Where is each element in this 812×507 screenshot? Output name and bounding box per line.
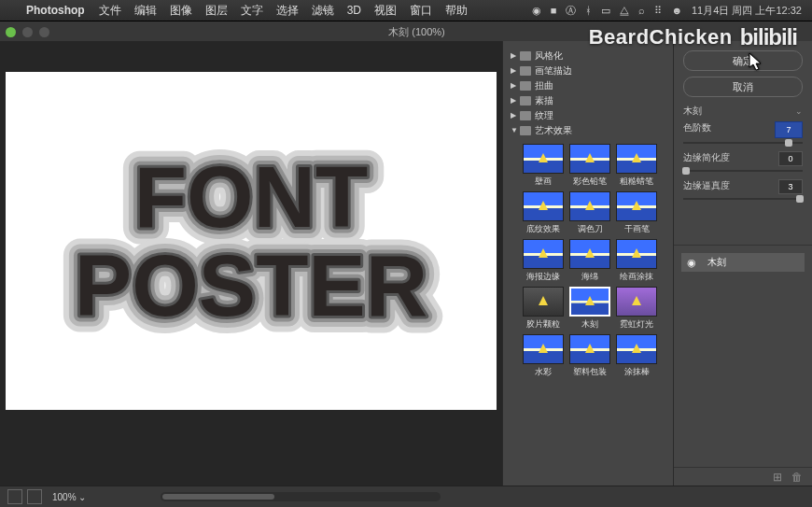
input-icon[interactable]: Ⓐ bbox=[561, 4, 581, 18]
horizontal-scrollbar[interactable] bbox=[161, 492, 441, 501]
clock[interactable]: 11月4日 周四 上午12:32 bbox=[687, 4, 806, 18]
filter-thumb[interactable]: 粗糙蜡笔 bbox=[616, 144, 657, 188]
menu-view[interactable]: 视图 bbox=[368, 3, 403, 19]
thumb-preview bbox=[523, 191, 564, 221]
thumb-label: 壁画 bbox=[535, 176, 552, 188]
menu-edit[interactable]: 编辑 bbox=[128, 3, 163, 19]
filter-thumb[interactable]: 调色刀 bbox=[569, 191, 610, 235]
menu-filter[interactable]: 滤镜 bbox=[305, 3, 341, 19]
menu-help[interactable]: 帮助 bbox=[439, 3, 474, 19]
thumb-label: 粗糙蜡笔 bbox=[620, 176, 653, 188]
filter-preset-dropdown[interactable]: 木刻 ⌄ bbox=[683, 105, 803, 118]
category-texture[interactable]: ▶纹理 bbox=[511, 108, 669, 123]
macos-menubar: Photoshop 文件 编辑 图像 图层 文字 选择 滤镜 3D 视图 窗口 … bbox=[0, 0, 812, 21]
filter-thumb[interactable]: 底纹效果 bbox=[523, 191, 564, 235]
folder-icon bbox=[520, 81, 531, 91]
filter-thumb[interactable]: 绘画涂抹 bbox=[616, 239, 657, 283]
category-artistic[interactable]: ▼艺术效果 bbox=[511, 123, 669, 138]
menu-window[interactable]: 窗口 bbox=[403, 3, 439, 19]
slider-track[interactable] bbox=[683, 198, 803, 200]
menu-file[interactable]: 文件 bbox=[92, 3, 128, 19]
folder-icon bbox=[520, 96, 531, 106]
control-center-icon[interactable]: ⠿ bbox=[650, 5, 666, 17]
search-icon[interactable]: ⌕ bbox=[634, 5, 650, 16]
filter-thumb[interactable]: 木刻 bbox=[569, 287, 610, 331]
filter-thumb[interactable]: 壁画 bbox=[523, 144, 564, 188]
filter-thumb[interactable]: 水彩 bbox=[523, 334, 564, 378]
category-brush[interactable]: ▶画笔描边 bbox=[511, 63, 669, 78]
thumb-label: 水彩 bbox=[535, 366, 552, 378]
cancel-button[interactable]: 取消 bbox=[683, 77, 803, 97]
doc-tab-title[interactable]: 木刻 (100%) bbox=[49, 25, 784, 39]
canvas-area[interactable]: FONT POSTER FONT POSTER FONT POSTER FONT… bbox=[0, 41, 502, 486]
chevron-down-icon[interactable]: ⌄ bbox=[78, 492, 86, 502]
menu-image[interactable]: 图像 bbox=[163, 3, 199, 19]
thumb-label: 底纹效果 bbox=[526, 223, 560, 235]
user-icon[interactable]: ☻ bbox=[666, 5, 687, 16]
slider-knob[interactable] bbox=[682, 167, 690, 175]
traffic-yellow[interactable] bbox=[22, 27, 33, 37]
zoom-level[interactable]: 100% bbox=[52, 492, 77, 502]
category-stylize[interactable]: ▶风格化 bbox=[511, 49, 669, 63]
app-name[interactable]: Photoshop bbox=[19, 4, 92, 17]
thumb-label: 海报边缘 bbox=[526, 271, 560, 283]
slider-value: 3 bbox=[778, 179, 803, 194]
slider-knob[interactable] bbox=[785, 139, 792, 147]
slider-track[interactable] bbox=[683, 142, 803, 144]
slider-track[interactable] bbox=[683, 170, 803, 172]
thumb-label: 彩色铅笔 bbox=[573, 176, 607, 188]
thumb-preview bbox=[523, 239, 564, 269]
menu-3d[interactable]: 3D bbox=[341, 4, 368, 17]
slider-label: 边缘逼真度 bbox=[683, 179, 730, 194]
wifi-icon[interactable]: ⧋ bbox=[615, 5, 634, 17]
filter-thumb[interactable]: 涂抹棒 bbox=[616, 334, 657, 378]
svg-text:POSTER: POSTER bbox=[75, 238, 427, 333]
menu-layer[interactable]: 图层 bbox=[199, 3, 234, 19]
filter-thumb[interactable]: 霓虹灯光 bbox=[616, 287, 657, 331]
slider-value: 0 bbox=[778, 151, 803, 166]
filter-thumb[interactable]: 胶片颗粒 bbox=[523, 287, 564, 331]
view-icon[interactable] bbox=[7, 489, 22, 504]
ok-button[interactable]: 确定 bbox=[683, 50, 803, 71]
menubar-right: ◉ ■ Ⓐ ᚼ ▭ ⧋ ⌕ ⠿ ☻ 11月4日 周四 上午12:32 bbox=[527, 4, 806, 18]
traffic-green[interactable] bbox=[6, 27, 16, 37]
folder-icon bbox=[520, 51, 531, 61]
new-layer-icon[interactable]: ⊞ bbox=[773, 471, 782, 484]
thumb-preview bbox=[569, 239, 610, 269]
filter-thumb[interactable]: 塑料包装 bbox=[569, 334, 610, 378]
thumb-preview bbox=[523, 144, 564, 174]
stop-icon[interactable]: ■ bbox=[546, 5, 562, 16]
thumb-label: 海绵 bbox=[581, 271, 598, 283]
thumb-label: 霓虹灯光 bbox=[620, 318, 653, 331]
category-sketch[interactable]: ▶素描 bbox=[511, 93, 669, 108]
filter-thumb[interactable]: 海绵 bbox=[569, 239, 610, 283]
filter-layer-row[interactable]: ◉ 木刻 bbox=[681, 253, 805, 272]
thumb-preview bbox=[616, 191, 657, 221]
slider-value-input[interactable] bbox=[775, 121, 803, 138]
record-icon[interactable]: ◉ bbox=[527, 5, 546, 17]
filter-thumb[interactable]: 彩色铅笔 bbox=[569, 144, 610, 188]
svg-text:FONT: FONT bbox=[134, 149, 368, 245]
traffic-red[interactable] bbox=[39, 27, 49, 37]
view-icon-2[interactable] bbox=[27, 489, 42, 504]
slider-knob[interactable] bbox=[796, 195, 804, 203]
filter-thumb[interactable]: 干画笔 bbox=[616, 191, 657, 235]
thumb-label: 木刻 bbox=[581, 318, 598, 331]
thumb-label: 胶片颗粒 bbox=[526, 318, 560, 331]
menu-select[interactable]: 选择 bbox=[270, 3, 305, 19]
window-traffic-lights bbox=[6, 27, 49, 37]
filter-thumbnails: 壁画彩色铅笔粗糙蜡笔底纹效果调色刀干画笔海报边缘海绵绘画涂抹胶片颗粒木刻霓虹灯光… bbox=[511, 144, 669, 378]
thumb-label: 塑料包装 bbox=[573, 366, 607, 378]
thumb-preview bbox=[569, 191, 610, 221]
category-distort[interactable]: ▶扭曲 bbox=[511, 78, 669, 93]
bluetooth-icon[interactable]: ᚼ bbox=[581, 5, 596, 16]
folder-icon bbox=[520, 126, 531, 135]
eye-icon[interactable]: ◉ bbox=[687, 257, 696, 269]
trash-icon[interactable]: 🗑 bbox=[791, 471, 803, 484]
filter-thumb[interactable]: 海报边缘 bbox=[523, 239, 564, 283]
panel-footer: ⊞ 🗑 bbox=[674, 467, 812, 486]
filter-settings-panel: 确定 取消 木刻 ⌄ 色阶数边缘简化度0边缘逼真度3 ◉ 木刻 ⊞ 🗑 bbox=[674, 41, 812, 486]
menu-type[interactable]: 文字 bbox=[234, 3, 270, 19]
battery-icon[interactable]: ▭ bbox=[596, 5, 615, 17]
filter-preset-label: 木刻 bbox=[683, 105, 702, 118]
